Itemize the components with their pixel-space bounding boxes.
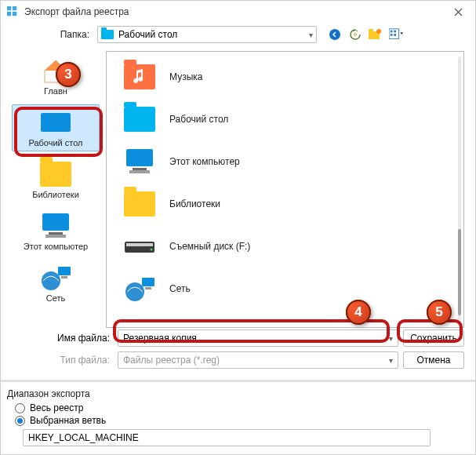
radio-full-registry[interactable]: Весь реестр [15, 402, 464, 413]
svg-rect-13 [394, 34, 396, 36]
computer-icon [39, 212, 72, 240]
recent-icon[interactable] [348, 27, 362, 42]
list-item[interactable]: Библиотеки [122, 187, 452, 221]
folder-combo[interactable]: Рабочий стол ▾ [97, 26, 317, 43]
svg-point-8 [376, 29, 381, 34]
branch-value: HKEY_LOCAL_MACHINE [28, 432, 139, 443]
network-icon [122, 273, 157, 304]
filename-label: Имя файла: [31, 333, 113, 344]
sidebar-item-network[interactable]: Сеть [12, 260, 100, 307]
list-item-label: Сеть [169, 283, 191, 294]
badge-4: 4 [346, 300, 371, 325]
range-title: Диапазон экспорта [7, 388, 464, 399]
radio-selected-branch[interactable]: Выбранная ветвь [15, 415, 464, 426]
svg-rect-16 [49, 232, 63, 235]
places-sidebar: Главн Рабочий стол Библиотеки Этот компь… [12, 51, 100, 328]
list-item[interactable]: Рабочий стол [122, 102, 452, 136]
svg-point-18 [42, 271, 60, 290]
svg-rect-12 [391, 34, 393, 36]
svg-rect-23 [129, 170, 150, 173]
folder-label: Папка: [10, 29, 93, 40]
list-item[interactable]: Сеть [122, 271, 452, 306]
filetype-label: Тип файла: [31, 355, 113, 366]
svg-rect-10 [391, 31, 393, 33]
sidebar-item-desktop[interactable]: Рабочий стол [12, 104, 100, 151]
titlebar: Экспорт файла реестра [1, 1, 475, 23]
export-dialog: 3 4 5 Экспорт файла реестра Папка: Рабоч… [0, 0, 476, 455]
scrollbar[interactable] [458, 56, 461, 322]
list-item-label: Библиотеки [169, 198, 220, 209]
sidebar-item-computer[interactable]: Этот компьютер [12, 208, 100, 255]
sidebar-item-label: Сеть [46, 293, 65, 303]
svg-point-4 [329, 29, 340, 40]
save-button[interactable]: Сохранить [403, 329, 464, 347]
new-folder-icon[interactable] [369, 27, 383, 42]
export-range-group: Диапазон экспорта Весь реестр Выбранная … [1, 380, 475, 454]
chevron-down-icon: ▾ [389, 334, 393, 343]
svg-rect-0 [7, 6, 11, 10]
radio-label: Весь реестр [30, 402, 83, 413]
folder-icon [101, 30, 114, 39]
music-folder-icon [122, 61, 157, 93]
filetype-value: Файлы реестра (*.reg) [123, 355, 220, 366]
svg-rect-17 [45, 235, 66, 238]
list-item-label: Музыка [169, 71, 202, 82]
close-button[interactable] [444, 2, 472, 21]
branch-input[interactable]: HKEY_LOCAL_MACHINE [23, 429, 431, 446]
svg-rect-1 [13, 6, 16, 10]
list-item[interactable]: Этот компьютер [122, 144, 452, 179]
desktop-icon [39, 108, 72, 136]
back-icon[interactable] [328, 27, 342, 42]
sidebar-item-label: Рабочий стол [28, 138, 82, 147]
svg-rect-29 [145, 287, 151, 289]
svg-rect-15 [42, 213, 69, 231]
list-item[interactable]: Съемный диск (F:) [122, 229, 452, 264]
list-item-label: Этот компьютер [169, 156, 240, 167]
sidebar-item-label: Этот компьютер [24, 242, 88, 251]
network-icon [39, 264, 72, 292]
svg-rect-20 [61, 276, 67, 278]
libraries-icon [39, 160, 72, 188]
chevron-down-icon: ▾ [389, 356, 393, 365]
svg-rect-19 [58, 267, 71, 275]
badge-3: 3 [56, 62, 81, 87]
svg-point-27 [125, 282, 144, 301]
svg-rect-7 [369, 29, 373, 32]
filename-input[interactable]: Резервная копия ▾ [118, 329, 398, 347]
desktop-folder-icon [122, 104, 157, 135]
views-icon[interactable] [389, 27, 403, 42]
chevron-down-icon: ▾ [309, 31, 313, 39]
svg-rect-3 [13, 12, 16, 16]
svg-rect-28 [142, 278, 154, 286]
svg-rect-11 [394, 31, 396, 33]
svg-point-26 [151, 249, 153, 251]
svg-rect-22 [133, 168, 147, 170]
list-item-label: Рабочий стол [169, 114, 228, 125]
dialog-title: Экспорт файла реестра [24, 6, 444, 17]
registry-icon [7, 6, 18, 17]
sidebar-item-label: Главн [44, 86, 67, 96]
list-item-label: Съемный диск (F:) [169, 241, 250, 252]
sidebar-item-label: Библиотеки [32, 190, 79, 199]
list-item[interactable]: Музыка [122, 60, 452, 94]
removable-disk-icon [122, 231, 157, 262]
filetype-combo[interactable]: Файлы реестра (*.reg) ▾ [118, 351, 398, 369]
file-list: Музыка Рабочий стол Этот компьютер Библи… [106, 51, 464, 328]
filename-value: Резервная копия [123, 333, 197, 344]
libraries-folder-icon [122, 188, 157, 220]
folder-toolbar: Папка: Рабочий стол ▾ [1, 23, 475, 46]
radio-icon [15, 403, 25, 413]
computer-icon [122, 146, 157, 177]
radio-icon [15, 416, 25, 426]
svg-point-5 [354, 34, 357, 36]
svg-rect-25 [126, 243, 153, 246]
svg-rect-2 [7, 12, 11, 16]
svg-rect-21 [126, 149, 153, 166]
badge-5: 5 [427, 300, 452, 325]
radio-label: Выбранная ветвь [30, 415, 106, 426]
svg-rect-14 [41, 113, 71, 132]
folder-value: Рабочий стол [118, 29, 177, 40]
cancel-button[interactable]: Отмена [403, 351, 464, 369]
sidebar-item-libraries[interactable]: Библиотеки [12, 156, 100, 203]
